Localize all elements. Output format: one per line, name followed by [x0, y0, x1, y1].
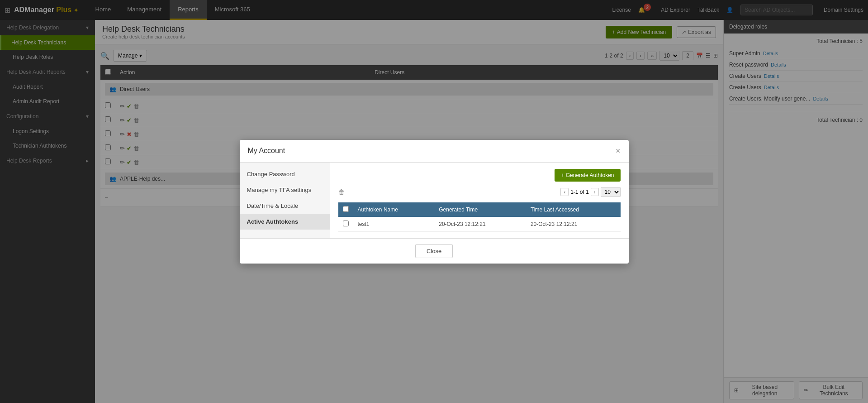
modal-body: Change Password Manage my TFA settings D…	[240, 163, 629, 238]
token-prev-button[interactable]: ‹	[560, 188, 569, 196]
modal-nav-active-authtokens[interactable]: Active Authtokens	[240, 214, 330, 230]
delete-token-button[interactable]: 🗑	[338, 188, 345, 196]
generate-authtoken-button[interactable]: + Generate Authtoken	[555, 169, 620, 182]
authtokens-table: Authtoken Name Generated Time Time Last …	[338, 202, 621, 232]
my-account-modal: My Account × Change Password Manage my T…	[240, 140, 629, 264]
token-pagination-info: 1-1 of 1	[570, 189, 589, 195]
generated-time-cell: 20-Oct-23 12:12:21	[434, 217, 526, 232]
authtoken-name-header: Authtoken Name	[353, 202, 435, 217]
select-all-token-checkbox[interactable]	[343, 206, 349, 212]
token-name-cell: test1	[353, 217, 435, 232]
modal-close-button[interactable]: ×	[616, 146, 621, 156]
modal-nav-datetime-locale[interactable]: Date/Time & Locale	[240, 198, 330, 214]
generated-time-header: Generated Time	[434, 202, 526, 217]
last-accessed-header: Time Last Accessed	[526, 202, 621, 217]
token-row-checkbox[interactable]	[343, 221, 349, 226]
token-row: test1 20-Oct-23 12:12:21 20-Oct-23 12:12…	[338, 217, 621, 232]
modal-nav: Change Password Manage my TFA settings D…	[240, 163, 330, 238]
modal-footer: Close	[240, 238, 629, 264]
modal-nav-tfa-settings[interactable]: Manage my TFA settings	[240, 182, 330, 198]
last-accessed-cell: 20-Oct-23 12:12:21	[526, 217, 621, 232]
token-page-size-select[interactable]: 10 25 50	[601, 187, 621, 197]
modal-top-bar: + Generate Authtoken	[338, 169, 621, 182]
token-next-button[interactable]: ›	[591, 188, 599, 196]
modal-main-content: + Generate Authtoken 🗑 ‹ 1-1 of 1 › 10 2…	[330, 163, 629, 238]
modal-overlay: My Account × Change Password Manage my T…	[0, 0, 868, 403]
select-all-token-header	[338, 202, 353, 217]
modal-header: My Account ×	[240, 140, 629, 163]
token-table-toolbar: 🗑 ‹ 1-1 of 1 › 10 25 50	[338, 187, 621, 197]
modal-title: My Account	[248, 147, 285, 155]
modal-nav-change-password[interactable]: Change Password	[240, 166, 330, 182]
token-pagination: ‹ 1-1 of 1 › 10 25 50	[560, 187, 620, 197]
modal-close-footer-button[interactable]: Close	[415, 244, 453, 258]
